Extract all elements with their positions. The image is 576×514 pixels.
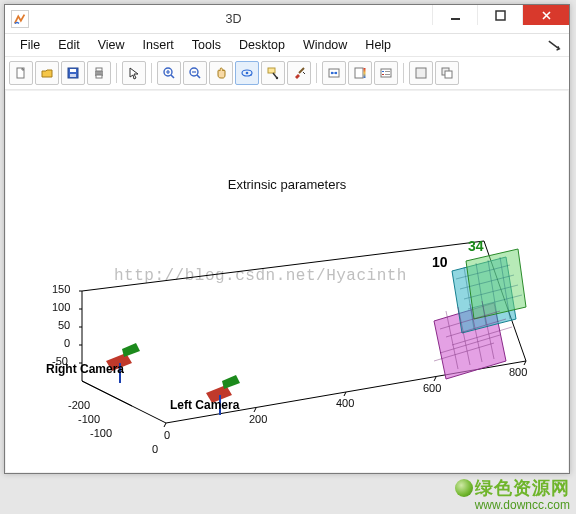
ztick: 50: [58, 319, 70, 331]
site-brand: 绿色资源网: [455, 479, 570, 499]
svg-rect-27: [445, 71, 452, 78]
svg-rect-4: [70, 69, 76, 72]
svg-rect-20: [381, 69, 391, 77]
menu-tools[interactable]: Tools: [183, 35, 230, 55]
pan-icon[interactable]: [209, 61, 233, 85]
ztick: 100: [52, 301, 70, 313]
svg-rect-22: [382, 74, 384, 75]
menubar: File Edit View Insert Tools Desktop Wind…: [5, 34, 569, 57]
x2tick: 0: [152, 443, 158, 455]
board-label-10: 10: [432, 254, 448, 270]
ztick: 0: [64, 337, 70, 349]
legend-icon[interactable]: [374, 61, 398, 85]
ztick: 150: [52, 283, 70, 295]
rotate3d-icon[interactable]: [235, 61, 259, 85]
toolbar: [5, 57, 569, 90]
titlebar: 3D: [5, 5, 569, 34]
svg-rect-19: [364, 68, 366, 78]
pointer-icon[interactable]: [122, 61, 146, 85]
new-file-icon[interactable]: [9, 61, 33, 85]
close-button[interactable]: [522, 5, 569, 25]
xtick: 600: [423, 382, 441, 394]
window-title: 3D: [35, 12, 432, 26]
xtick: 800: [509, 366, 527, 378]
svg-rect-13: [268, 68, 275, 73]
svg-rect-18: [355, 68, 363, 78]
svg-rect-8: [96, 75, 102, 78]
print-icon[interactable]: [87, 61, 111, 85]
site-brand-text: 绿色资源网: [475, 478, 570, 498]
svg-rect-7: [96, 68, 102, 71]
svg-point-12: [246, 72, 249, 75]
cascade-icon[interactable]: [435, 61, 459, 85]
svg-rect-5: [70, 74, 76, 77]
figure-canvas[interactable]: Extrinsic parameters http://blog.csdn.ne…: [5, 90, 569, 473]
svg-rect-0: [451, 18, 460, 20]
x2tick: -100: [90, 427, 112, 439]
matlab-icon: [11, 10, 29, 28]
svg-rect-23: [385, 71, 390, 72]
xtick: 0: [164, 429, 170, 441]
board-label-34: 34: [468, 238, 484, 254]
menu-window[interactable]: Window: [294, 35, 356, 55]
right-camera-label: Right Camera: [46, 362, 124, 376]
svg-rect-21: [382, 71, 384, 72]
zoom-in-icon[interactable]: [157, 61, 181, 85]
svg-point-14: [276, 77, 278, 79]
menu-view[interactable]: View: [89, 35, 134, 55]
ytick: -200: [68, 399, 90, 411]
menu-help[interactable]: Help: [356, 35, 400, 55]
maximize-button[interactable]: [477, 5, 522, 25]
menu-desktop[interactable]: Desktop: [230, 35, 294, 55]
svg-rect-25: [416, 68, 426, 78]
brush-icon[interactable]: [287, 61, 311, 85]
colorbar-icon[interactable]: [348, 61, 372, 85]
menu-insert[interactable]: Insert: [134, 35, 183, 55]
xtick: 200: [249, 413, 267, 425]
toolbar-separator: [403, 63, 404, 83]
left-camera-label: Left Camera: [170, 398, 240, 412]
xtick: 400: [336, 397, 354, 409]
ytick: -100: [78, 413, 100, 425]
menu-file[interactable]: File: [11, 35, 49, 55]
zoom-out-icon[interactable]: [183, 61, 207, 85]
menu-edit[interactable]: Edit: [49, 35, 89, 55]
plot-title: Extrinsic parameters: [6, 177, 568, 192]
window-controls: [432, 5, 569, 33]
tile-icon[interactable]: [409, 61, 433, 85]
svg-rect-24: [385, 74, 390, 75]
toolbar-separator: [151, 63, 152, 83]
svg-rect-1: [496, 11, 505, 20]
toolbar-separator: [316, 63, 317, 83]
calibration-boards: [434, 249, 526, 379]
figure-window: 3D File Edit View Insert Tools Desktop W…: [4, 4, 570, 474]
open-folder-icon[interactable]: [35, 61, 59, 85]
save-icon[interactable]: [61, 61, 85, 85]
site-watermark: 绿色资源网 www.downcc.com: [455, 479, 570, 512]
site-url: www.downcc.com: [455, 499, 570, 512]
globe-icon: [455, 479, 473, 497]
link-icon[interactable]: [322, 61, 346, 85]
axes-3d: -50 0 50 100 150 0 200 400 600 800 -100 …: [36, 211, 546, 461]
datacursor-icon[interactable]: [261, 61, 285, 85]
minimize-button[interactable]: [432, 5, 477, 25]
toolbar-separator: [116, 63, 117, 83]
dock-arrow-icon[interactable]: [545, 37, 563, 53]
